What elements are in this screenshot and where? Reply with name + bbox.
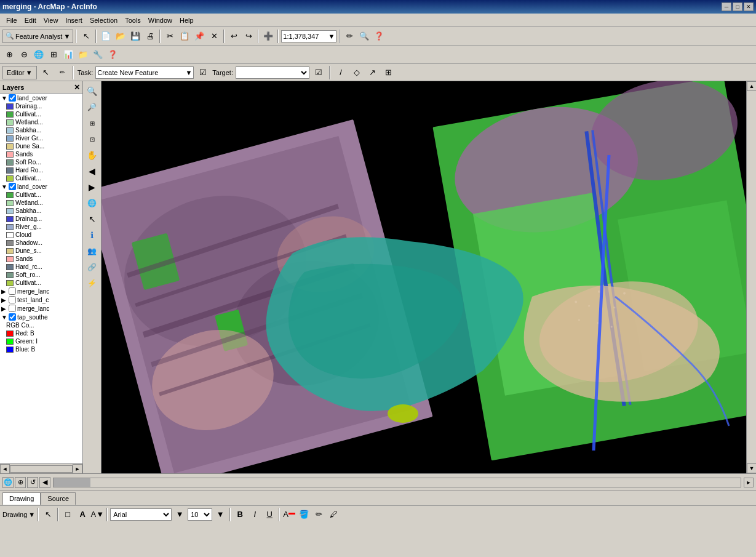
find-tool[interactable]: 👥 [85, 244, 100, 258]
new-map-btn[interactable]: 📄 [99, 30, 113, 43]
list-item[interactable]: Soft Ro... [5, 158, 82, 166]
underline-btn[interactable]: U [263, 508, 276, 521]
list-item[interactable]: Cloud [5, 231, 82, 239]
list-item[interactable]: Drainag... [5, 102, 82, 110]
font-down-btn[interactable]: ▼ [173, 508, 186, 521]
horizontal-scrollbar[interactable] [53, 478, 741, 487]
zoom-in-map-btn[interactable]: ⊕ [2, 48, 16, 62]
list-item[interactable]: Sands [5, 255, 82, 263]
attribute-table-btn[interactable]: 📊 [62, 48, 75, 62]
target-select[interactable] [236, 66, 309, 79]
list-item[interactable]: ▶ test_land_c [0, 295, 82, 304]
back-tool[interactable]: ◀ [85, 164, 100, 178]
scroll-track[interactable] [747, 91, 756, 463]
layer-checkbox[interactable] [9, 313, 16, 321]
full-extent-btn[interactable]: 🌐 [32, 48, 46, 62]
fill-color-btn[interactable]: 🪣 [297, 508, 311, 521]
drawing-text-btn[interactable]: A [76, 508, 89, 521]
list-item[interactable]: Sabkha... [5, 126, 82, 134]
layer-checkbox[interactable] [9, 305, 16, 312]
globe-status-icon[interactable]: 🌐 [2, 477, 14, 488]
vertical-scrollbar[interactable]: ▲ ▼ [746, 81, 756, 473]
menu-edit[interactable]: Edit [21, 15, 40, 25]
arc-catalog-btn[interactable]: 📁 [76, 48, 90, 62]
map-area[interactable]: ▲ ▼ [101, 81, 756, 473]
list-item[interactable]: Cultivat... [5, 191, 82, 199]
task-confirm-btn[interactable]: ☑ [196, 66, 210, 79]
edit-tool2-btn[interactable]: ✏ [55, 66, 69, 79]
list-item[interactable]: Hard_rc... [5, 263, 82, 271]
list-item[interactable]: Green: I [5, 337, 82, 345]
tab-drawing[interactable]: Drawing [2, 492, 41, 505]
font-select[interactable]: Arial [110, 508, 172, 521]
layer-tree[interactable]: ▼ land_cover Drainag... Cultivat... Wetl… [0, 94, 82, 463]
refresh-status-icon[interactable]: ↺ [27, 477, 38, 488]
list-item[interactable]: Red: B [5, 329, 82, 337]
size-select[interactable]: 10 [188, 508, 212, 521]
scroll-right-arrow[interactable]: ► [73, 464, 82, 474]
list-item[interactable]: River_g... [5, 223, 82, 231]
add-data-btn[interactable]: ➕ [261, 30, 275, 43]
undo-btn[interactable]: ↩ [227, 30, 241, 43]
select-tool[interactable]: ↖ [85, 212, 100, 226]
save-btn[interactable]: 💾 [129, 30, 142, 43]
delete-btn[interactable]: ✕ [207, 30, 221, 43]
zoom-status-icon[interactable]: ⊕ [15, 477, 26, 488]
menu-tools[interactable]: Tools [121, 15, 145, 25]
vertex-btn[interactable]: ◇ [350, 66, 364, 79]
task-combo[interactable]: Create New Feature ▼ [95, 66, 194, 79]
info-tool[interactable]: ℹ [85, 228, 100, 242]
layer-hscroll[interactable]: ◄ ► [0, 463, 82, 473]
menu-view[interactable]: View [40, 15, 62, 25]
sketch-tool-btn[interactable]: / [334, 66, 348, 79]
layer-checkbox[interactable] [9, 183, 16, 190]
help-btn[interactable]: ❓ [106, 48, 119, 62]
shadow-btn[interactable]: 🖊 [327, 508, 340, 521]
layer-checkbox[interactable] [9, 94, 16, 102]
zoom-prev-tool[interactable]: ⊡ [85, 132, 100, 146]
menu-help[interactable]: Help [176, 15, 197, 25]
window-controls[interactable]: ─ □ ✕ [722, 2, 754, 11]
list-item[interactable]: ▶ merge_lanc [0, 304, 82, 313]
select-elem-btn[interactable]: ↗ [366, 66, 380, 79]
list-item[interactable]: Soft_ro... [5, 271, 82, 279]
list-item[interactable]: Sabkha... [5, 207, 82, 215]
hyperlink-tool[interactable]: 🔗 [85, 260, 100, 274]
list-item[interactable]: Wetland... [5, 118, 82, 126]
italic-btn[interactable]: I [248, 508, 261, 521]
feature-analyst-button[interactable]: 🔍 Feature Analyst ▼ [2, 30, 73, 43]
drawing-cursor-btn[interactable]: ↖ [41, 508, 55, 521]
layer-checkbox[interactable] [9, 287, 16, 295]
full-globe-tool[interactable]: 🌐 [85, 196, 100, 210]
zoom-in-tool[interactable]: 🔍 [85, 84, 100, 98]
identify-btn[interactable]: ❓ [372, 30, 386, 43]
minimize-button[interactable]: ─ [722, 2, 731, 11]
list-item[interactable]: ▼ tap_southe [0, 313, 82, 321]
list-item[interactable]: Dune Sa... [5, 142, 82, 150]
zoom-out-tool[interactable]: 🔎 [85, 100, 100, 114]
list-item[interactable]: ▶ merge_lanc [0, 287, 82, 295]
list-item[interactable]: Dune_s... [5, 247, 82, 255]
drawing-text2-btn[interactable]: A▼ [90, 508, 104, 521]
scroll-right-btn[interactable]: ► [744, 478, 754, 487]
font-color-btn[interactable]: A [282, 508, 296, 521]
redo-btn[interactable]: ↪ [242, 30, 255, 43]
layers-close-button[interactable]: ✕ [74, 83, 80, 92]
menu-selection[interactable]: Selection [86, 15, 121, 25]
list-item[interactable]: Cultivat... [5, 174, 82, 182]
arc-toolbox-btn[interactable]: 🔧 [91, 48, 105, 62]
pan-tool[interactable]: ✋ [85, 148, 100, 162]
open-btn[interactable]: 📂 [114, 30, 127, 43]
list-item[interactable]: RGB Co... [5, 321, 82, 329]
size-down-btn[interactable]: ▼ [213, 508, 227, 521]
list-item[interactable]: Shadow... [5, 239, 82, 247]
paste-btn[interactable]: 📌 [193, 30, 206, 43]
menu-insert[interactable]: Insert [62, 15, 86, 25]
target-confirm-btn[interactable]: ☑ [312, 66, 325, 79]
forward-tool[interactable]: ▶ [85, 180, 100, 194]
drawing-rect-btn[interactable]: □ [61, 508, 74, 521]
cut-btn[interactable]: ✂ [163, 30, 177, 43]
zoom-out-map-btn[interactable]: ⊖ [17, 48, 31, 62]
zoom-in-btn[interactable]: 🔍 [357, 30, 371, 43]
maximize-button[interactable]: □ [733, 2, 742, 11]
